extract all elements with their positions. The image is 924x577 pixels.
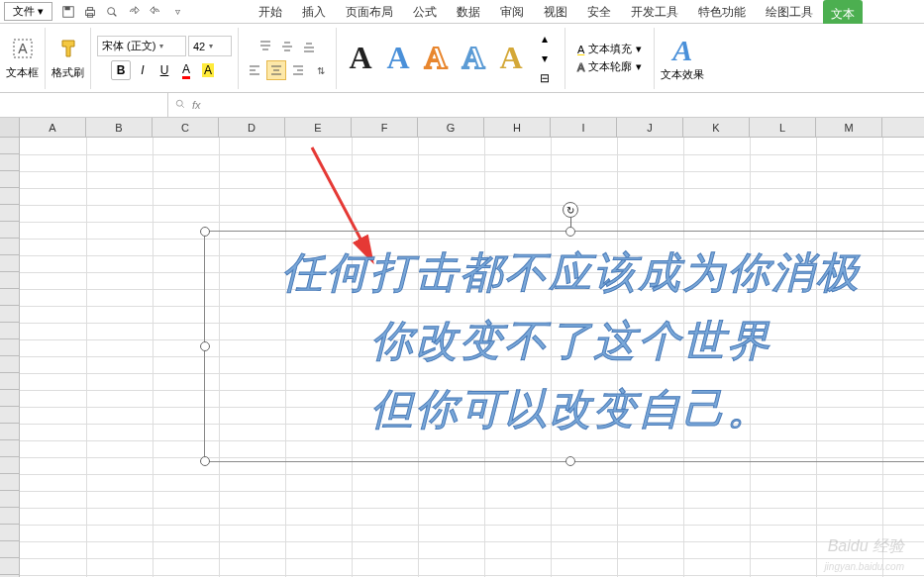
underline-button[interactable]: U (154, 60, 174, 80)
style-scroll-down-icon[interactable]: ▾ (535, 48, 555, 68)
col-header[interactable]: C (153, 118, 219, 137)
tab-home[interactable]: 开始 (249, 0, 292, 24)
resize-handle-bl[interactable] (200, 456, 210, 466)
save-icon[interactable] (60, 4, 76, 20)
style-scroll-up-icon[interactable]: ▴ (535, 29, 555, 48)
style-more-icon[interactable]: ⊟ (535, 68, 555, 88)
style-orange[interactable]: A (418, 35, 454, 82)
text-direction-icon[interactable]: ⇅ (310, 60, 330, 80)
cells-area[interactable]: ↻ 任何打击都不应该成为你消极 你改变不了这个世界 但你可以改变自己。 Baid… (20, 138, 924, 577)
text-fill-button[interactable]: A 文本填充 ▾ (577, 42, 642, 56)
format-painter-icon[interactable] (56, 37, 80, 65)
formula-input[interactable] (207, 98, 918, 113)
row-header[interactable] (0, 289, 19, 306)
textframe-label[interactable]: 文本框 (6, 65, 39, 80)
italic-button[interactable]: I (133, 60, 153, 80)
col-header[interactable]: F (352, 118, 418, 137)
align-middle-icon[interactable] (277, 37, 297, 56)
row-header[interactable] (0, 323, 19, 339)
text-effect-icon[interactable]: A (665, 34, 700, 67)
row-header[interactable] (0, 205, 19, 222)
style-black[interactable]: A (343, 35, 378, 82)
row-header[interactable] (0, 407, 19, 424)
row-header[interactable] (0, 491, 19, 508)
format-painter-label[interactable]: 格式刷 (51, 65, 84, 80)
row-header[interactable] (0, 306, 19, 323)
tab-features[interactable]: 特色功能 (688, 0, 756, 24)
wordart-content[interactable]: 任何打击都不应该成为你消极 你改变不了这个世界 但你可以改变自己。 (205, 232, 924, 451)
row-header[interactable] (0, 255, 19, 272)
row-header[interactable] (0, 525, 19, 541)
style-blue[interactable]: A (380, 35, 416, 82)
align-center-icon[interactable] (266, 60, 286, 80)
row-header[interactable] (0, 558, 19, 575)
wordart-textbox[interactable]: ↻ 任何打击都不应该成为你消极 你改变不了这个世界 但你可以改变自己。 (204, 231, 924, 462)
print-preview-icon[interactable] (104, 4, 120, 20)
font-name-combo[interactable]: 宋体 (正文)▾ (97, 36, 186, 56)
col-header[interactable]: I (551, 118, 617, 137)
align-left-icon[interactable] (245, 60, 264, 80)
file-button[interactable]: 文件 ▾ (4, 2, 52, 21)
tab-layout[interactable]: 页面布局 (336, 0, 403, 24)
row-header[interactable] (0, 356, 19, 373)
redo-icon[interactable] (148, 4, 163, 20)
tab-data[interactable]: 数据 (447, 0, 490, 24)
resize-handle-ml[interactable] (200, 341, 210, 351)
col-header[interactable]: A (20, 118, 86, 137)
tab-formula[interactable]: 公式 (403, 0, 447, 24)
fx-label[interactable]: fx (192, 99, 201, 111)
row-header[interactable] (0, 373, 19, 390)
row-header[interactable] (0, 424, 19, 440)
select-all-corner[interactable] (0, 118, 20, 137)
row-header[interactable] (0, 138, 19, 154)
row-header[interactable] (0, 222, 19, 239)
row-header[interactable] (0, 239, 19, 255)
row-header[interactable] (0, 508, 19, 525)
undo-icon[interactable] (126, 4, 142, 20)
highlight-button[interactable]: A (198, 60, 218, 80)
row-header[interactable] (0, 440, 19, 457)
name-box[interactable] (0, 93, 168, 117)
text-effect-label[interactable]: 文本效果 (661, 67, 704, 82)
align-bottom-icon[interactable] (299, 37, 319, 56)
col-header[interactable]: B (86, 118, 153, 137)
row-header[interactable] (0, 272, 19, 289)
bold-button[interactable]: B (111, 60, 131, 80)
col-header[interactable]: M (816, 118, 882, 137)
resize-handle-tl[interactable] (200, 227, 210, 237)
resize-handle-bm[interactable] (565, 456, 575, 466)
col-header[interactable]: D (219, 118, 285, 137)
tab-drawing[interactable]: 绘图工具 (756, 0, 823, 24)
col-header[interactable]: K (683, 118, 750, 137)
resize-handle-tm[interactable] (565, 227, 575, 237)
style-gold[interactable]: A (493, 35, 529, 82)
print-icon[interactable] (82, 4, 98, 20)
tab-review[interactable]: 审阅 (490, 0, 534, 24)
row-header[interactable] (0, 390, 19, 407)
row-header[interactable] (0, 154, 19, 171)
chevron-down-icon[interactable]: ▿ (169, 4, 185, 20)
row-header[interactable] (0, 474, 19, 491)
font-color-button[interactable]: A (176, 60, 196, 80)
col-header[interactable]: E (285, 118, 352, 137)
align-top-icon[interactable] (256, 37, 275, 56)
col-header[interactable]: L (750, 118, 816, 137)
row-header[interactable] (0, 339, 19, 356)
tab-insert[interactable]: 插入 (292, 0, 336, 24)
col-header[interactable]: J (617, 118, 683, 137)
search-icon[interactable] (174, 98, 186, 112)
style-lightblue[interactable]: A (456, 35, 491, 82)
tab-text[interactable]: 文本 (823, 0, 863, 24)
text-outline-button[interactable]: A 文本轮廓 ▾ (577, 59, 642, 74)
textframe-icon[interactable]: A (11, 37, 35, 65)
tab-security[interactable]: 安全 (577, 0, 621, 24)
tab-view[interactable]: 视图 (534, 0, 577, 24)
rotate-handle[interactable]: ↻ (563, 202, 578, 218)
tab-devtools[interactable]: 开发工具 (621, 0, 688, 24)
row-header[interactable] (0, 457, 19, 474)
font-size-combo[interactable]: 42▾ (188, 36, 232, 56)
col-header[interactable]: H (484, 118, 551, 137)
col-header[interactable]: G (418, 118, 484, 137)
align-right-icon[interactable] (288, 60, 308, 80)
row-header[interactable] (0, 188, 19, 205)
